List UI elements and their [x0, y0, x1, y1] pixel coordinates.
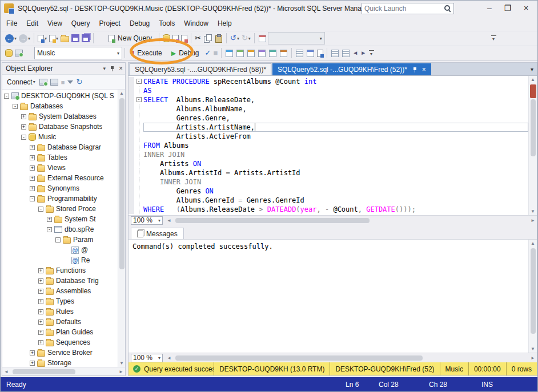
tree-expander[interactable]: + [30, 165, 35, 171]
menu-item-debug[interactable]: Debug [125, 16, 154, 31]
tree-expander[interactable]: - [21, 135, 26, 140]
tab-messages[interactable]: Messages [131, 228, 184, 239]
code-line[interactable]: Albums.AlbumName, [129, 104, 528, 114]
tree-expander[interactable]: - [30, 196, 35, 201]
save-button[interactable] [70, 32, 81, 45]
uncomment-button[interactable] [340, 47, 351, 59]
estimated-plan-button[interactable] [224, 47, 235, 59]
scrollbar-thumb[interactable] [531, 99, 536, 156]
tree-item[interactable]: +Database Diagrar [2, 142, 118, 152]
pin-icon[interactable] [109, 66, 115, 72]
scrollbar-thumb[interactable] [175, 218, 370, 223]
code-line[interactable]: Albums.GenreId = Genres.GenreId [129, 196, 528, 205]
tree-expander[interactable]: + [30, 186, 35, 191]
filter-icon[interactable] [67, 80, 73, 84]
tree-item[interactable]: +Sequences [2, 337, 118, 347]
menu-item-view[interactable]: View [43, 16, 67, 31]
tree-expander[interactable]: + [30, 361, 35, 366]
tree-expander[interactable]: + [38, 309, 43, 314]
code-line[interactable]: AS [129, 86, 528, 95]
tree-item[interactable]: +Tables [2, 152, 118, 163]
tree-item[interactable]: +Database Snapshots [2, 122, 118, 132]
tree-expander[interactable]: - [4, 94, 9, 99]
scroll-left-icon[interactable]: ◄ [165, 354, 173, 362]
code-editor[interactable]: -CREATE PROCEDURE spRecentAlbums @Count … [129, 75, 537, 215]
tree-item[interactable]: +Database Trig [2, 276, 118, 286]
tree-item[interactable]: +Service Broker [2, 347, 118, 358]
code-line[interactable]: Artists.ArtistName, [129, 123, 528, 132]
pin-icon[interactable] [412, 67, 418, 73]
menu-item-tools[interactable]: Tools [154, 16, 179, 31]
code-line[interactable]: WHERE (Albums.ReleaseDate > DATEADD(year… [129, 205, 528, 214]
object-explorer-vertical-scrollbar[interactable]: ▲ ▼ [118, 90, 125, 367]
tree-expander[interactable]: - [38, 207, 43, 212]
tree-expander[interactable]: + [47, 217, 52, 222]
live-statistics-button[interactable] [267, 47, 278, 59]
scroll-down-icon[interactable]: ▼ [529, 208, 537, 215]
scrollbar-thumb[interactable] [119, 98, 125, 269]
tree-expander[interactable]: + [38, 268, 43, 273]
maximize-button[interactable]: ❐ [499, 2, 517, 15]
save-all-button[interactable] [81, 32, 91, 45]
tree-item[interactable]: +System St [2, 214, 118, 224]
scroll-right-icon[interactable]: ► [529, 354, 537, 362]
scroll-down-icon[interactable]: ▼ [118, 359, 126, 367]
tree-item[interactable]: -Databases [2, 101, 118, 111]
quick-launch-input[interactable]: Quick Launch [362, 3, 454, 14]
menu-item-file[interactable]: File [2, 16, 22, 31]
xmla-query-button[interactable] [180, 32, 188, 45]
results-to-grid-button[interactable] [305, 47, 316, 59]
window-menu-icon[interactable]: ▾ [103, 66, 106, 71]
fold-margin[interactable]: - [134, 95, 143, 104]
analysis-query-button[interactable] [171, 32, 180, 45]
execute-button[interactable]: ! Execute [127, 46, 167, 60]
tree-item[interactable]: @ [2, 245, 118, 255]
menu-item-query[interactable]: Query [67, 16, 95, 31]
toolbar-options-button[interactable]: ▾ [367, 50, 375, 56]
redo-button[interactable]: ↻▾ [240, 32, 252, 45]
query-options-button[interactable] [235, 47, 246, 59]
editor-vertical-scrollbar[interactable]: ▲ ▼ [528, 76, 537, 215]
tree-expander[interactable]: + [21, 124, 26, 130]
menu-item-edit[interactable]: Edit [22, 16, 43, 31]
tree-item[interactable]: +Views [2, 163, 118, 173]
code-line[interactable]: INNER JOIN [129, 150, 528, 159]
tree-item[interactable]: -Stored Proce [2, 204, 118, 214]
results-to-file-button[interactable] [316, 47, 324, 59]
tree-item[interactable]: -DESKTOP-GUQD9KH (SQL S [2, 91, 118, 101]
tree-expander[interactable]: + [30, 145, 35, 150]
tree-item[interactable]: +Rules [2, 306, 118, 317]
scroll-right-icon[interactable]: ► [117, 368, 125, 375]
debug-button[interactable]: ▶ Debug [167, 46, 204, 60]
code-line[interactable]: -CREATE PROCEDURE spRecentAlbums @Count … [129, 77, 528, 86]
connect-server-icon[interactable] [39, 79, 47, 86]
close-button[interactable]: × [517, 2, 535, 15]
available-databases-select[interactable]: Music ▾ [34, 47, 122, 59]
code-line[interactable]: -SELECT Albums.ReleaseDate, [129, 95, 528, 104]
tab-sqlquery52[interactable]: SQLQuery52.sql -...GUQD9KH\Fred (52))* × [272, 63, 431, 75]
tab-sqlquery53[interactable]: SQLQuery53.sql -....GUQD9KH\Fred (58))* [130, 63, 271, 75]
tree-item[interactable]: Re [2, 255, 118, 265]
code-line[interactable]: Genres ON [129, 187, 528, 196]
scrollbar-thumb[interactable] [175, 355, 423, 361]
parse-button[interactable]: ✓ [204, 47, 212, 59]
tree-item[interactable]: -Programmability [2, 193, 118, 204]
tree-expander[interactable]: + [38, 330, 43, 335]
disconnect-server-icon[interactable] [50, 79, 58, 86]
tree-expander[interactable]: + [38, 320, 43, 325]
scrollbar-thumb[interactable] [13, 369, 75, 374]
tree-item[interactable]: -dbo.spRe [2, 224, 118, 235]
tree-expander[interactable]: + [38, 278, 43, 284]
tree-item[interactable]: +Assemblies [2, 286, 118, 296]
add-item-button[interactable]: ▾ [48, 32, 59, 45]
decrease-indent-button[interactable]: ◄ [351, 47, 359, 59]
scroll-up-icon[interactable]: ▲ [529, 240, 537, 247]
scroll-left-icon[interactable]: ◄ [2, 368, 10, 375]
new-query-button[interactable]: New Query [104, 31, 156, 45]
close-panel-icon[interactable]: × [119, 64, 123, 72]
collapse-region-icon[interactable]: - [136, 79, 142, 84]
tree-item[interactable]: -Param [2, 235, 118, 245]
tree-item[interactable]: +Synonyms [2, 183, 118, 193]
cut-button[interactable]: ✂ [194, 32, 202, 45]
code-line[interactable]: INNER JOIN [129, 177, 528, 187]
